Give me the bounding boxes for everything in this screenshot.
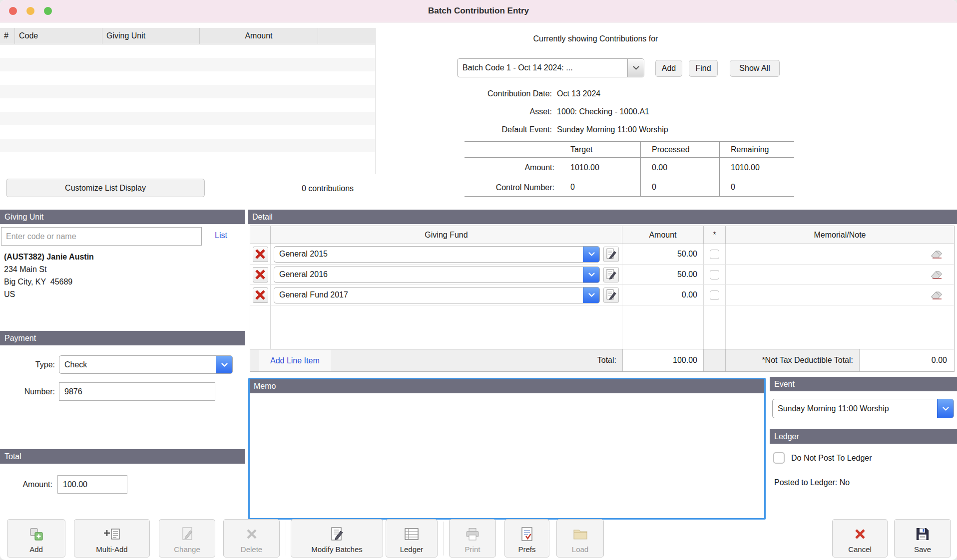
cancel-button[interactable]: Cancel [832, 519, 888, 558]
detail-row-memo-cell[interactable] [726, 244, 954, 264]
toolbar-button-label: Ledger [400, 545, 424, 554]
memo-input[interactable] [250, 393, 764, 518]
customize-list-display-button[interactable]: Customize List Display [6, 179, 205, 197]
giving-fund-value: General 2016 [274, 267, 583, 282]
asset-label: Asset: [457, 107, 557, 116]
chevron-down-icon[interactable] [627, 59, 644, 77]
fund-edit-icon[interactable] [603, 287, 619, 303]
summary-corner [465, 141, 559, 158]
giving-fund-select[interactable]: General 2015 [274, 246, 600, 263]
asset-row: Asset: 1000: Checking - 1000.A1 [457, 103, 668, 121]
batch-show-all-button[interactable]: Show All [730, 60, 780, 77]
add-line-item-link[interactable]: Add Line Item [259, 350, 331, 371]
posted-to-ledger-text: Posted to Ledger: No [774, 478, 850, 487]
batch-find-button[interactable]: Find [689, 60, 718, 77]
toolbar-multi-add-button[interactable]: Multi-Add [74, 519, 150, 558]
column-header-code[interactable]: Code [15, 28, 102, 44]
batch-select[interactable]: Batch Code 1 - Oct 14 2024: ... [457, 58, 644, 77]
chevron-down-icon[interactable] [583, 247, 599, 262]
payment-type-value: Check [59, 356, 216, 373]
detail-table-empty-area [250, 305, 954, 349]
modify-batches-icon [330, 525, 344, 543]
giving-unit-list-link[interactable]: List [215, 231, 227, 240]
giving-fund-value: General Fund 2017 [274, 287, 583, 303]
detail-footer-star-cell [704, 349, 726, 371]
column-header-number[interactable]: # [0, 28, 15, 44]
do-not-post-checkbox[interactable] [773, 452, 785, 464]
chevron-down-icon[interactable] [937, 399, 954, 418]
ledger-icon [404, 525, 419, 543]
toolbar-print-button[interactable]: Print [449, 519, 496, 558]
payment-section-header: Payment [0, 331, 245, 345]
toolbar-button-label: Load [572, 545, 588, 554]
toolbar-button-label: Cancel [848, 545, 872, 554]
toolbar-prefs-button[interactable]: Prefs [504, 519, 549, 558]
chevron-down-icon[interactable] [583, 287, 599, 303]
detail-row-memo-cell[interactable] [726, 265, 954, 284]
fund-edit-icon[interactable] [603, 267, 619, 282]
payment-type-select[interactable]: Check [59, 355, 233, 374]
not-tax-deductible-checkbox[interactable] [710, 270, 719, 280]
memo-section: Memo [248, 378, 766, 520]
toolbar-modify-batches-button[interactable]: Modify Batches [291, 519, 383, 558]
detail-row-memo-cell[interactable] [726, 285, 954, 305]
filler-cell [250, 305, 271, 349]
delete-line-button[interactable] [253, 267, 268, 282]
giving-fund-select[interactable]: General 2016 [274, 267, 600, 283]
detail-table-header: Giving Fund Amount * Memorial/Note [250, 226, 954, 244]
filler-cell [622, 305, 704, 349]
line-amount[interactable]: 50.00 [622, 265, 704, 284]
memorial-note-icon[interactable] [931, 270, 943, 279]
filler-cell [726, 305, 954, 349]
column-header-giving-unit[interactable]: Giving Unit [102, 28, 200, 44]
close-window-button[interactable] [9, 7, 17, 15]
payment-number-input[interactable] [59, 382, 215, 401]
detail-row-delete-cell [250, 244, 271, 264]
toolbar-change-button[interactable]: Change [159, 519, 215, 558]
zoom-window-button[interactable] [44, 7, 52, 15]
fund-edit-icon[interactable] [603, 247, 619, 262]
summary-amount-target: 1010.00 [559, 158, 640, 178]
giving-fund-select[interactable]: General Fund 2017 [274, 287, 600, 303]
toolbar-delete-button[interactable]: Delete [223, 519, 280, 558]
detail-table-footer: Add Line Item Total: 100.00 *Not Tax Ded… [250, 349, 954, 371]
asset-value: 1000: Checking - 1000.A1 [557, 107, 649, 116]
memorial-note-icon[interactable] [931, 290, 943, 299]
giving-unit-section-header: Giving Unit [0, 210, 245, 224]
cancel-x-icon [854, 525, 867, 543]
detail-section-header: Detail [248, 210, 957, 224]
giving-unit-search-input[interactable] [1, 227, 202, 246]
delete-line-button[interactable] [253, 247, 268, 262]
detail-row-delete-cell [250, 265, 271, 284]
minimize-window-button[interactable] [26, 7, 34, 15]
not-tax-deductible-checkbox[interactable] [710, 250, 719, 259]
detail-column-giving-fund: Giving Fund [271, 226, 622, 244]
toolbar-ledger-button[interactable]: Ledger [386, 519, 438, 558]
red-x-icon [254, 289, 266, 301]
event-value: Sunday Morning 11:00 Worship [773, 399, 937, 418]
not-tax-deductible-checkbox[interactable] [710, 290, 719, 300]
toolbar-button-label: Add [29, 545, 43, 554]
column-header-amount[interactable]: Amount [200, 28, 318, 44]
memorial-note-icon[interactable] [931, 250, 943, 259]
toolbar-load-button[interactable]: Load [556, 519, 604, 558]
total-amount-input[interactable] [57, 475, 127, 494]
delete-line-button[interactable] [253, 287, 268, 303]
toolbar-add-button[interactable]: Add [7, 519, 65, 558]
contribution-date-row: Contribution Date: Oct 13 2024 [457, 85, 668, 103]
event-select[interactable]: Sunday Morning 11:00 Worship [772, 399, 954, 418]
detail-column-star: * [704, 226, 726, 244]
line-amount[interactable]: 0.00 [622, 285, 704, 305]
line-amount[interactable]: 50.00 [622, 244, 704, 264]
summary-amount-processed: 0.00 [640, 158, 719, 178]
detail-row-fund-cell: General 2015 [271, 244, 622, 264]
contributions-list-body[interactable] [0, 44, 375, 174]
batch-add-button[interactable]: Add [655, 60, 682, 77]
chevron-down-icon[interactable] [583, 267, 599, 282]
column-header-spacer [318, 28, 375, 44]
payment-number-label: Number: [0, 382, 55, 401]
ntd-total-label: *Not Tax Deductible Total: [726, 356, 859, 365]
chevron-down-icon[interactable] [216, 356, 232, 373]
detail-footer-ntd: *Not Tax Deductible Total: 0.00 [726, 349, 954, 371]
save-button[interactable]: Save [894, 519, 951, 558]
